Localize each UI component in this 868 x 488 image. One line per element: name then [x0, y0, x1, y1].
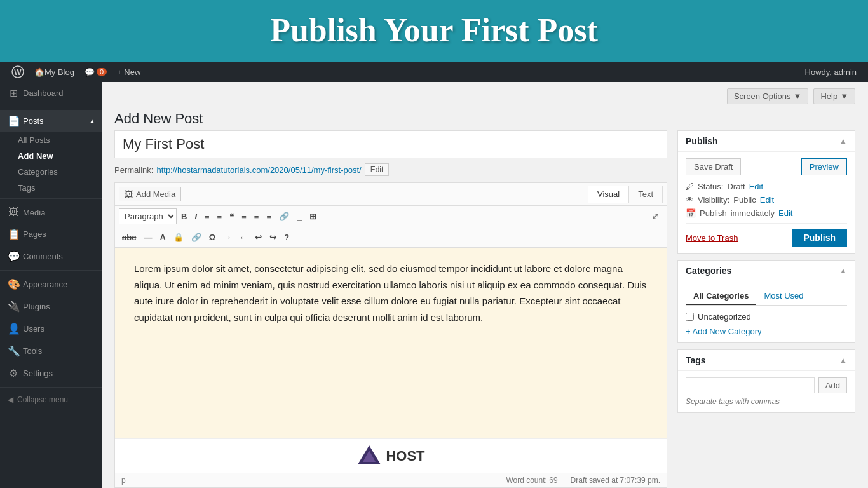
plugins-icon: 🔌	[8, 301, 19, 313]
publish-time-edit-link[interactable]: Edit	[778, 208, 792, 218]
sidebar-item-settings[interactable]: ⚙ Settings	[0, 362, 102, 384]
save-draft-button[interactable]: Save Draft	[686, 158, 741, 175]
sidebar-item-users[interactable]: 👤 Users	[0, 318, 102, 340]
bullet-list-icon: ≡	[205, 212, 210, 221]
strikethrough-button[interactable]: abc	[119, 230, 139, 245]
site-name-item[interactable]: 🏠 My Blog	[29, 62, 79, 82]
editor-area: Permalink: http://hostarmadatutorials.co…	[114, 130, 667, 488]
sidebar-item-tools[interactable]: 🔧 Tools	[0, 340, 102, 362]
tags-input[interactable]	[686, 377, 815, 393]
text-color-button[interactable]: A	[156, 230, 168, 245]
new-item[interactable]: + New	[112, 62, 146, 82]
category-item-uncategorized: Uncategorized	[686, 312, 847, 322]
post-editor-layout: Permalink: http://hostarmadatutorials.co…	[102, 130, 868, 488]
sidebar-item-categories[interactable]: Categories	[0, 164, 102, 180]
watermark-text: HOST	[386, 448, 424, 464]
comments-item[interactable]: 💬 0	[79, 62, 112, 82]
categories-panel-chevron-icon: ▲	[839, 266, 847, 275]
sidebar-item-posts[interactable]: 📄 Posts ▲	[0, 110, 102, 132]
more-tag-button[interactable]: ⎯	[294, 209, 305, 224]
align-right-button[interactable]: ≡	[263, 209, 275, 224]
fullscreen-icon: ⊞	[309, 212, 316, 221]
sidebar-label-tools: Tools	[23, 346, 42, 356]
sidebar-label-dashboard: Dashboard	[23, 88, 64, 98]
permalink-edit-button[interactable]: Edit	[365, 163, 390, 176]
editor-help-button[interactable]: ?	[281, 230, 292, 245]
posts-submenu: All Posts Add New Categories Tags	[0, 132, 102, 196]
tab-most-used[interactable]: Most Used	[756, 288, 811, 305]
tab-text[interactable]: Text	[629, 186, 663, 203]
move-to-trash-button[interactable]: Move to Trash	[686, 233, 738, 243]
category-checkbox-uncategorized[interactable]	[686, 313, 694, 321]
bold-button[interactable]: B	[178, 209, 190, 224]
posts-icon: 📄	[8, 115, 19, 127]
hero-title: Publish Your First Post	[0, 11, 868, 49]
publish-status-edit-link[interactable]: Edit	[749, 182, 763, 191]
howdy-item[interactable]: Howdy, admin	[800, 62, 862, 82]
publish-status-label: Status:	[698, 182, 723, 191]
undo-button[interactable]: ↩	[252, 230, 265, 245]
category-label-uncategorized: Uncategorized	[698, 312, 751, 322]
help-button[interactable]: Help ▼	[813, 88, 855, 104]
align-left-button[interactable]: ≡	[238, 209, 250, 224]
categories-panel-header[interactable]: Categories ▲	[678, 261, 855, 281]
link2-button[interactable]: 🔗	[188, 230, 205, 245]
sidebar-item-tags[interactable]: Tags	[0, 180, 102, 196]
redo-button[interactable]: ↪	[266, 230, 280, 245]
screen-options-button[interactable]: Screen Options ▼	[727, 88, 808, 104]
page-title-area: Add New Post	[102, 104, 868, 130]
number-list-icon: ≡	[217, 212, 222, 221]
blockquote-button[interactable]: ❝	[226, 209, 237, 224]
collapse-menu-item[interactable]: ◀ Collapse menu	[0, 390, 102, 409]
tab-visual[interactable]: Visual	[588, 186, 629, 203]
number-list-button[interactable]: ≡	[214, 209, 226, 224]
tags-panel-header[interactable]: Tags ▲	[678, 350, 855, 371]
add-tag-button[interactable]: Add	[818, 377, 847, 393]
sidebar-item-dashboard[interactable]: ⊞ Dashboard	[0, 82, 102, 104]
permalink-edit-label: Edit	[370, 165, 384, 174]
sidebar-label-settings: Settings	[23, 369, 53, 378]
special-chars-button[interactable]: Ω	[206, 230, 219, 245]
sidebar-item-plugins[interactable]: 🔌 Plugins	[0, 295, 102, 318]
preview-button[interactable]: Preview	[801, 158, 847, 175]
post-title-input[interactable]	[114, 130, 667, 158]
visual-text-tabs: Visual Text	[588, 186, 663, 203]
lock-button[interactable]: 🔒	[170, 230, 187, 245]
bold-icon: B	[181, 212, 187, 221]
lock-icon: 🔒	[173, 233, 184, 242]
publish-button[interactable]: Publish	[792, 229, 847, 247]
save-draft-label: Save Draft	[694, 162, 733, 172]
hr-button[interactable]: —	[140, 230, 155, 245]
sidebar-item-media[interactable]: 🖼 Media	[0, 201, 102, 223]
sidebar-item-pages[interactable]: 📋 Pages	[0, 223, 102, 245]
publish-panel-header[interactable]: Publish ▲	[678, 131, 855, 152]
italic-button[interactable]: I	[191, 209, 200, 224]
format-select[interactable]: Paragraph	[119, 208, 177, 224]
sidebar-item-appearance[interactable]: 🎨 Appearance	[0, 273, 102, 295]
sidebar-item-all-posts[interactable]: All Posts	[0, 132, 102, 148]
sidebar-item-add-new[interactable]: Add New	[0, 148, 102, 164]
sidebar-item-comments[interactable]: 💬 Comments	[0, 245, 102, 268]
fullscreen-button[interactable]: ⊞	[306, 209, 320, 224]
word-count: Word count: 69	[506, 476, 557, 485]
outdent-button[interactable]: ←	[236, 230, 250, 245]
outdent-icon: ←	[239, 233, 247, 242]
editor-content[interactable]: Lorem ipsum dolor sit amet, consectetur …	[115, 248, 667, 438]
bullet-list-button[interactable]: ≡	[201, 209, 213, 224]
preview-label: Preview	[810, 162, 839, 172]
wp-logo-item[interactable]: W	[6, 62, 29, 82]
align-center-button[interactable]: ≡	[251, 209, 262, 224]
link-button[interactable]: 🔗	[276, 209, 292, 224]
more-tag-icon: ⎯	[297, 212, 302, 221]
toolbar-expand-button[interactable]: ⤢	[648, 209, 663, 224]
indent-button[interactable]: →	[220, 230, 234, 245]
publish-visibility-row: 👁 Visibility: Public Edit	[686, 195, 847, 205]
add-media-button[interactable]: 🖼 Add Media	[119, 187, 181, 201]
permalink-url[interactable]: http://hostarmadatutorials.com/2020/05/1…	[156, 165, 361, 175]
editor-paragraph: Lorem ipsum dolor sit amet, consectetur …	[134, 261, 648, 325]
sidebar-label-posts: Posts	[23, 116, 44, 126]
appearance-icon: 🎨	[8, 278, 19, 290]
tab-all-categories[interactable]: All Categories	[686, 288, 756, 305]
add-new-category-link[interactable]: + Add New Category	[686, 327, 762, 336]
publish-visibility-edit-link[interactable]: Edit	[760, 195, 774, 205]
